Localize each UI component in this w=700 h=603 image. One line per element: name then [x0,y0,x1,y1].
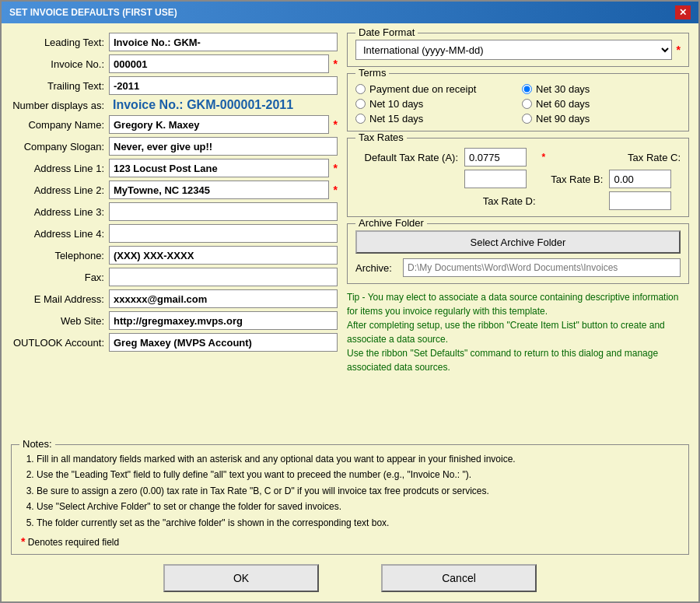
archive-label: Archive: [355,262,398,274]
fax-label: Fax: [11,272,104,283]
terms-net30-label: Net 30 days [536,83,590,95]
address1-row: Address Line 1: * [11,159,338,177]
date-format-required: * [677,44,681,56]
website-input[interactable] [109,311,338,330]
title-bar: SET INVOICE DEFAULTS (FIRST USE) ✕ [2,2,698,23]
invoice-no-required: * [334,58,338,70]
date-format-group: Date Format International (yyyy-MM-dd) U… [347,33,689,67]
terms-grid: Payment due on receipt Net 30 days Net 1… [355,83,681,124]
address1-input[interactable] [109,159,329,177]
list-item: The folder currently set as the "archive… [37,515,679,531]
company-name-required: * [334,118,338,131]
address3-input[interactable] [109,202,338,221]
trailing-text-input[interactable] [109,76,338,95]
address2-row: Address Line 2: * [11,181,338,199]
dialog-title: SET INVOICE DEFAULTS (FIRST USE) [9,7,177,18]
archive-path-input[interactable] [403,258,681,277]
terms-net15-radio[interactable] [355,114,366,124]
trailing-text-row: Trailing Text: [11,76,338,95]
list-item: Be sure to assign a zero (0.00) tax rate… [37,483,679,499]
terms-net30-row: Net 30 days [522,83,681,95]
date-format-select[interactable]: International (yyyy-MM-dd) US (MM/dd/yyy… [355,40,672,60]
close-button[interactable]: ✕ [675,5,691,19]
telephone-row: Telephone: [11,246,338,265]
telephone-label: Telephone: [11,250,104,261]
address4-input[interactable] [109,224,338,243]
terms-net90-label: Net 90 days [536,113,590,124]
telephone-input[interactable] [109,246,338,265]
button-bar: OK Cancel [2,555,698,601]
dialog-content: Leading Text: Invoice No.: * Trailing Te… [2,23,698,444]
address4-label: Address Line 4: [11,228,104,240]
left-panel: Leading Text: Invoice No.: * Trailing Te… [11,33,338,435]
fax-input[interactable] [109,268,338,286]
company-name-row: Company Name: * [11,115,338,134]
ok-button[interactable]: OK [163,564,319,592]
invoice-no-label: Invoice No.: [11,58,104,70]
address1-required: * [334,162,338,174]
date-format-title: Date Format [355,26,418,38]
terms-group: Terms Payment due on receipt Net 30 days… [347,73,689,131]
select-archive-folder-button[interactable]: Select Archive Folder [355,230,681,254]
company-slogan-input[interactable] [109,137,338,156]
terms-net90-row: Net 90 days [522,113,681,124]
terms-net90-radio[interactable] [522,114,532,124]
tax-rates-group: Tax Rates Default Tax Rate (A): * Tax Ra… [347,138,689,217]
leading-text-label: Leading Text: [11,37,104,48]
outlook-label: OUTLOOK Account: [11,337,104,349]
address2-input[interactable] [109,181,329,199]
email-input[interactable] [109,289,338,308]
invoice-no-input[interactable] [109,54,329,73]
terms-net10-row: Net 10 days [355,98,514,110]
terms-receipt-row: Payment due on receipt [355,83,514,95]
trailing-text-label: Trailing Text: [11,80,104,92]
cancel-button[interactable]: Cancel [381,564,537,592]
terms-net30-radio[interactable] [522,84,532,94]
tax-rate-d-input[interactable] [609,191,671,210]
terms-net10-radio[interactable] [355,99,366,109]
terms-net60-radio[interactable] [522,99,532,109]
tax-rate-c-label: Tax Rate C: [609,152,681,163]
terms-net60-label: Net 60 days [536,98,590,110]
list-item: Fill in all mandatory fields marked with… [37,451,679,467]
fax-row: Fax: [11,268,338,286]
tax-rate-c-input[interactable] [464,170,527,188]
website-row: Web Site: [11,311,338,330]
terms-net15-label: Net 15 days [369,113,423,124]
tax-rate-a-input[interactable] [464,148,527,167]
dialog-window: SET INVOICE DEFAULTS (FIRST USE) ✕ Leadi… [0,0,700,603]
tax-rate-b-input[interactable] [609,170,671,188]
number-display-label: Number displays as: [11,100,104,111]
archive-folder-group: Archive Folder Select Archive Folder Arc… [347,223,689,284]
tip-text: Tip - You may elect to associate a data … [347,290,689,435]
terms-receipt-label: Payment due on receipt [369,83,476,95]
terms-net10-label: Net 10 days [369,98,423,110]
terms-net15-row: Net 15 days [355,113,514,124]
website-label: Web Site: [11,315,104,327]
tax-rate-b-label: Tax Rate B: [542,174,604,185]
address2-label: Address Line 2: [11,184,104,196]
archive-folder-title: Archive Folder [355,217,427,229]
address3-row: Address Line 3: [11,202,338,221]
number-display-value: Invoice No.: GKM-000001-2011 [109,98,293,112]
list-item: Use the "Leading Text" field to fully de… [37,467,679,482]
tax-rate-d-label: Tax Rate D: [464,195,536,207]
required-star-note: * [21,535,25,548]
address3-label: Address Line 3: [11,206,104,218]
notes-title: Notes: [19,438,55,450]
tax-rate-a-required: * [542,152,604,163]
company-slogan-row: Company Slogan: [11,137,338,156]
notes-section: Notes: Fill in all mandatory fields mark… [11,444,689,555]
company-name-input[interactable] [109,115,329,134]
required-note: * Denotes required field [21,535,679,548]
list-item: Use "Select Archive Folder" to set or ch… [37,499,679,514]
terms-receipt-radio[interactable] [355,84,366,94]
right-panel: Date Format International (yyyy-MM-dd) U… [347,33,689,435]
leading-text-row: Leading Text: [11,33,338,51]
company-name-label: Company Name: [11,119,104,131]
leading-text-input[interactable] [109,33,338,51]
notes-list: Fill in all mandatory fields marked with… [21,451,679,531]
outlook-input[interactable] [109,333,338,352]
tax-rates-title: Tax Rates [355,131,407,143]
email-label: E Mail Address: [11,293,104,305]
